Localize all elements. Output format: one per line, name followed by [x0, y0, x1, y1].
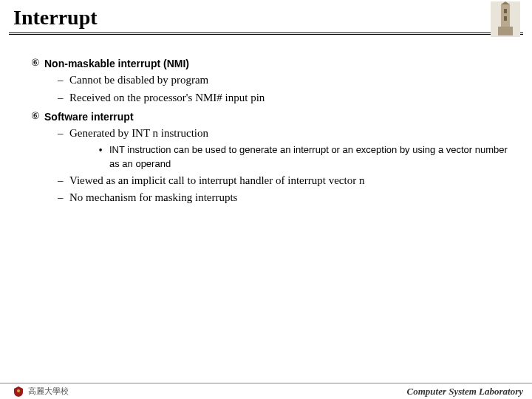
dash-icon: –: [58, 72, 69, 89]
dash-icon: –: [58, 173, 69, 189]
list-item: ⑥ Non-maskable interrupt (NMI): [31, 56, 511, 71]
svg-rect-5: [504, 16, 507, 21]
list-item: ⑥ Software interrupt: [31, 109, 511, 124]
arrow-icon: ➧: [98, 143, 109, 171]
item-text: Cannot be disabled by program: [69, 72, 208, 89]
list-item: – Viewed as an implicit call to interrup…: [58, 173, 511, 189]
item-text: No mechanism for masking interrupts: [69, 190, 237, 206]
dash-icon: –: [58, 126, 69, 142]
svg-rect-4: [504, 9, 507, 13]
list-item: – Cannot be disabled by program: [58, 72, 511, 89]
list-item: – Received on the processor's NMI# input…: [58, 90, 511, 106]
tower-photo: [491, 1, 520, 37]
footer-right-text: Computer System Laboratory: [407, 386, 523, 398]
bullet-icon: ⑥: [31, 56, 44, 71]
svg-rect-2: [498, 27, 513, 35]
slide-footer: 高麗大學校 Computer System Laboratory: [0, 383, 532, 399]
slide-body: ⑥ Non-maskable interrupt (NMI) – Cannot …: [0, 40, 532, 206]
item-text: Generated by INT n instruction: [69, 126, 208, 142]
item-text: INT instruction can be used to generate …: [109, 143, 511, 171]
slide-title: Interrupt: [13, 6, 532, 30]
list-item: – Generated by INT n instruction: [58, 126, 511, 142]
item-label: Software interrupt: [44, 109, 134, 124]
list-item: ➧ INT instruction can be used to generat…: [98, 143, 511, 171]
dash-icon: –: [58, 190, 69, 206]
item-label: Non-maskable interrupt (NMI): [44, 56, 189, 71]
list-item: – No mechanism for masking interrupts: [58, 190, 511, 206]
footer-left-text: 高麗大學校: [28, 386, 69, 397]
title-rule: [9, 33, 523, 35]
bullet-icon: ⑥: [31, 109, 44, 124]
item-text: Received on the processor's NMI# input p…: [69, 90, 265, 106]
svg-point-6: [17, 389, 20, 392]
crest-icon: [13, 386, 24, 397]
dash-icon: –: [58, 90, 69, 106]
item-text: Viewed as an implicit call to interrupt …: [69, 173, 364, 189]
